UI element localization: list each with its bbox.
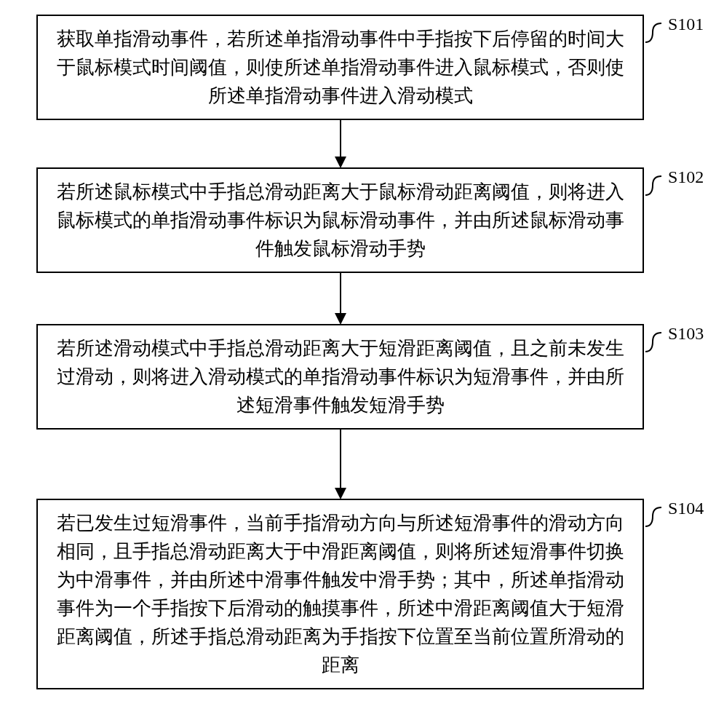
- flowchart-step-4: 若已发生过短滑事件，当前手指滑动方向与所述短滑事件的滑动方向相同，且手指总滑动距…: [36, 499, 644, 689]
- arrow-line: [340, 273, 341, 313]
- step-text: 若所述滑动模式中手指总滑动距离大于短滑距离阈值，且之前未发生过滑动，则将进入滑动…: [57, 338, 624, 416]
- flowchart-step-2: 若所述鼠标模式中手指总滑动距离大于鼠标滑动距离阈值，则将进入鼠标模式的单指滑动事…: [36, 167, 644, 273]
- flowchart-container: 获取单指滑动事件，若所述单指滑动事件中手指按下后停留的时间大于鼠标模式时间阈值，…: [0, 0, 716, 728]
- step-label-4: S104: [668, 499, 704, 518]
- arrow-line: [340, 120, 341, 157]
- arrow-down-icon: [335, 157, 346, 168]
- step-text: 获取单指滑动事件，若所述单指滑动事件中手指按下后停留的时间大于鼠标模式时间阈值，…: [57, 28, 624, 106]
- arrow-down-icon: [335, 488, 346, 499]
- brace-icon: [644, 15, 666, 44]
- step-label-1: S101: [668, 15, 704, 34]
- step-text: 若所述鼠标模式中手指总滑动距离大于鼠标滑动距离阈值，则将进入鼠标模式的单指滑动事…: [57, 181, 624, 259]
- flowchart-step-1: 获取单指滑动事件，若所述单指滑动事件中手指按下后停留的时间大于鼠标模式时间阈值，…: [36, 15, 644, 120]
- step-text: 若已发生过短滑事件，当前手指滑动方向与所述短滑事件的滑动方向相同，且手指总滑动距…: [57, 513, 624, 676]
- brace-icon: [644, 499, 666, 528]
- flowchart-step-3: 若所述滑动模式中手指总滑动距离大于短滑距离阈值，且之前未发生过滑动，则将进入滑动…: [36, 324, 644, 430]
- step-label-3: S103: [668, 324, 704, 344]
- arrow-line: [340, 430, 341, 488]
- brace-icon: [644, 167, 666, 197]
- arrow-down-icon: [335, 313, 346, 325]
- step-label-2: S102: [668, 167, 704, 187]
- brace-icon: [644, 324, 666, 353]
